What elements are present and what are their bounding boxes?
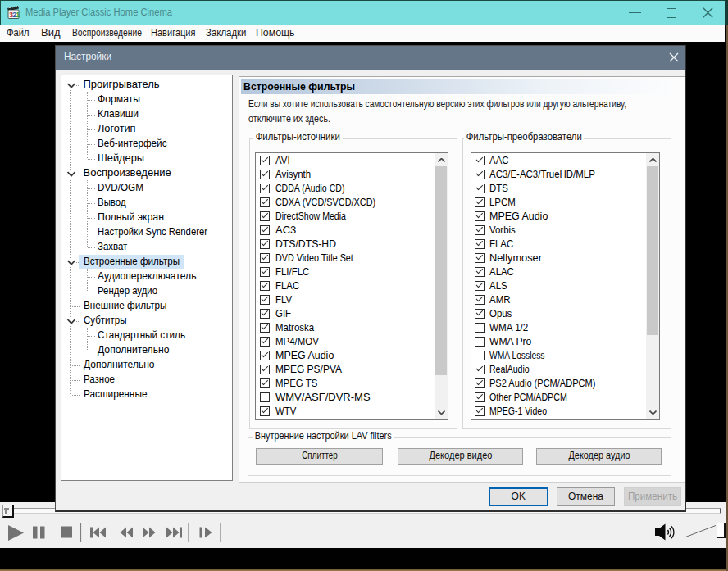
svg-text:1: 1 — [16, 11, 20, 19]
